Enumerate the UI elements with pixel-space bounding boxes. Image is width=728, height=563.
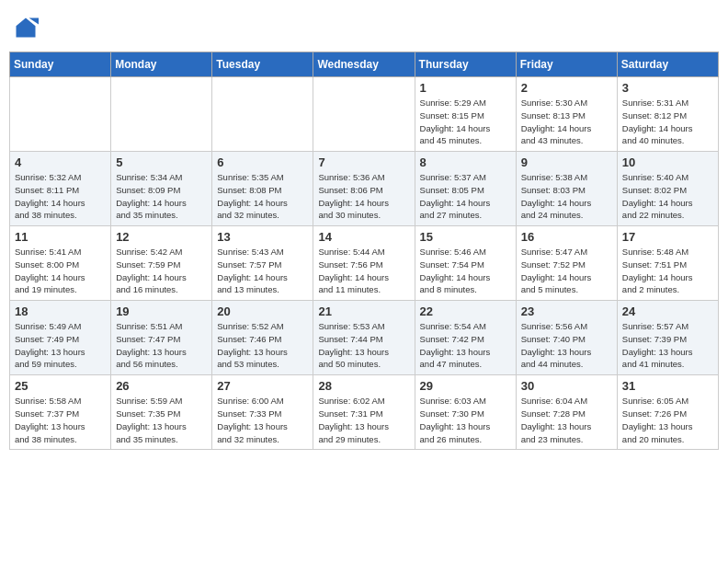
day-number: 31 [622, 379, 713, 393]
day-number: 10 [622, 155, 713, 169]
calendar-cell: 22Sunrise: 5:54 AM Sunset: 7:42 PM Dayli… [415, 301, 516, 375]
calendar-header-tuesday: Tuesday [212, 52, 313, 77]
calendar-cell: 11Sunrise: 5:41 AM Sunset: 8:00 PM Dayli… [10, 226, 111, 301]
calendar-cell: 12Sunrise: 5:42 AM Sunset: 7:59 PM Dayli… [111, 226, 212, 301]
day-number: 12 [116, 230, 207, 244]
day-info: Sunrise: 5:44 AM Sunset: 7:56 PM Dayligh… [318, 246, 409, 296]
day-info: Sunrise: 5:51 AM Sunset: 7:47 PM Dayligh… [116, 320, 207, 371]
day-info: Sunrise: 6:02 AM Sunset: 7:31 PM Dayligh… [318, 395, 409, 445]
calendar-cell: 29Sunrise: 6:03 AM Sunset: 7:30 PM Dayli… [415, 375, 516, 450]
day-number: 25 [15, 379, 106, 393]
logo [13, 15, 42, 40]
page-header [9, 9, 719, 46]
day-info: Sunrise: 5:36 AM Sunset: 8:06 PM Dayligh… [318, 171, 409, 222]
calendar-week-row: 18Sunrise: 5:49 AM Sunset: 7:49 PM Dayli… [10, 301, 719, 375]
calendar-header-row: SundayMondayTuesdayWednesdayThursdayFrid… [10, 52, 719, 77]
day-info: Sunrise: 6:05 AM Sunset: 7:26 PM Dayligh… [622, 395, 713, 445]
calendar-cell: 21Sunrise: 5:53 AM Sunset: 7:44 PM Dayli… [313, 301, 415, 375]
calendar-header-monday: Monday [111, 52, 212, 77]
day-number: 8 [420, 155, 511, 169]
calendar-cell: 24Sunrise: 5:57 AM Sunset: 7:39 PM Dayli… [617, 301, 718, 375]
calendar-cell: 14Sunrise: 5:44 AM Sunset: 7:56 PM Dayli… [313, 226, 415, 301]
day-info: Sunrise: 5:32 AM Sunset: 8:11 PM Dayligh… [15, 171, 106, 222]
calendar-cell: 16Sunrise: 5:47 AM Sunset: 7:52 PM Dayli… [516, 226, 617, 301]
calendar-week-row: 11Sunrise: 5:41 AM Sunset: 8:00 PM Dayli… [10, 226, 719, 301]
day-info: Sunrise: 5:37 AM Sunset: 8:05 PM Dayligh… [420, 171, 511, 222]
calendar-header-sunday: Sunday [10, 52, 111, 77]
day-info: Sunrise: 5:29 AM Sunset: 8:15 PM Dayligh… [420, 97, 511, 147]
day-info: Sunrise: 5:30 AM Sunset: 8:13 PM Dayligh… [521, 97, 612, 147]
day-info: Sunrise: 5:54 AM Sunset: 7:42 PM Dayligh… [420, 320, 511, 371]
day-number: 24 [622, 304, 713, 318]
day-number: 5 [116, 155, 207, 169]
calendar-cell: 28Sunrise: 6:02 AM Sunset: 7:31 PM Dayli… [313, 375, 415, 450]
day-info: Sunrise: 5:41 AM Sunset: 8:00 PM Dayligh… [15, 246, 106, 296]
calendar-cell: 6Sunrise: 5:35 AM Sunset: 8:08 PM Daylig… [212, 152, 313, 226]
day-number: 14 [318, 230, 409, 244]
day-info: Sunrise: 5:40 AM Sunset: 8:02 PM Dayligh… [622, 171, 713, 222]
calendar-cell: 5Sunrise: 5:34 AM Sunset: 8:09 PM Daylig… [111, 152, 212, 226]
day-info: Sunrise: 5:49 AM Sunset: 7:49 PM Dayligh… [15, 320, 106, 371]
calendar-cell [10, 77, 111, 152]
calendar-cell: 17Sunrise: 5:48 AM Sunset: 7:51 PM Dayli… [617, 226, 718, 301]
calendar-cell: 19Sunrise: 5:51 AM Sunset: 7:47 PM Dayli… [111, 301, 212, 375]
day-number: 3 [622, 81, 713, 95]
day-info: Sunrise: 5:58 AM Sunset: 7:37 PM Dayligh… [15, 395, 106, 445]
day-number: 16 [521, 230, 612, 244]
day-number: 29 [420, 379, 511, 393]
calendar-cell: 10Sunrise: 5:40 AM Sunset: 8:02 PM Dayli… [617, 152, 718, 226]
calendar-header-thursday: Thursday [415, 52, 516, 77]
calendar-cell: 8Sunrise: 5:37 AM Sunset: 8:05 PM Daylig… [415, 152, 516, 226]
day-info: Sunrise: 5:31 AM Sunset: 8:12 PM Dayligh… [622, 97, 713, 147]
calendar-week-row: 1Sunrise: 5:29 AM Sunset: 8:15 PM Daylig… [10, 77, 719, 152]
calendar-cell: 2Sunrise: 5:30 AM Sunset: 8:13 PM Daylig… [516, 77, 617, 152]
day-number: 20 [217, 304, 308, 318]
day-info: Sunrise: 5:59 AM Sunset: 7:35 PM Dayligh… [116, 395, 207, 445]
calendar-header-friday: Friday [516, 52, 617, 77]
day-info: Sunrise: 5:47 AM Sunset: 7:52 PM Dayligh… [521, 246, 612, 296]
day-info: Sunrise: 6:04 AM Sunset: 7:28 PM Dayligh… [521, 395, 612, 445]
day-number: 21 [318, 304, 409, 318]
calendar-cell: 31Sunrise: 6:05 AM Sunset: 7:26 PM Dayli… [617, 375, 718, 450]
calendar-cell: 23Sunrise: 5:56 AM Sunset: 7:40 PM Dayli… [516, 301, 617, 375]
day-number: 30 [521, 379, 612, 393]
day-info: Sunrise: 5:56 AM Sunset: 7:40 PM Dayligh… [521, 320, 612, 371]
calendar-cell: 3Sunrise: 5:31 AM Sunset: 8:12 PM Daylig… [617, 77, 718, 152]
day-info: Sunrise: 5:38 AM Sunset: 8:03 PM Dayligh… [521, 171, 612, 222]
day-number: 2 [521, 81, 612, 95]
calendar-header-wednesday: Wednesday [313, 52, 415, 77]
calendar-week-row: 25Sunrise: 5:58 AM Sunset: 7:37 PM Dayli… [10, 375, 719, 450]
day-number: 4 [15, 155, 106, 169]
calendar-cell: 4Sunrise: 5:32 AM Sunset: 8:11 PM Daylig… [10, 152, 111, 226]
day-info: Sunrise: 6:00 AM Sunset: 7:33 PM Dayligh… [217, 395, 308, 445]
day-number: 19 [116, 304, 207, 318]
day-info: Sunrise: 5:46 AM Sunset: 7:54 PM Dayligh… [420, 246, 511, 296]
calendar-cell: 27Sunrise: 6:00 AM Sunset: 7:33 PM Dayli… [212, 375, 313, 450]
day-number: 7 [318, 155, 409, 169]
day-number: 17 [622, 230, 713, 244]
day-number: 28 [318, 379, 409, 393]
day-info: Sunrise: 5:34 AM Sunset: 8:09 PM Dayligh… [116, 171, 207, 222]
calendar-cell [111, 77, 212, 152]
day-info: Sunrise: 5:53 AM Sunset: 7:44 PM Dayligh… [318, 320, 409, 371]
day-number: 6 [217, 155, 308, 169]
day-number: 27 [217, 379, 308, 393]
calendar-cell: 25Sunrise: 5:58 AM Sunset: 7:37 PM Dayli… [10, 375, 111, 450]
calendar-cell: 30Sunrise: 6:04 AM Sunset: 7:28 PM Dayli… [516, 375, 617, 450]
calendar-cell: 26Sunrise: 5:59 AM Sunset: 7:35 PM Dayli… [111, 375, 212, 450]
calendar-cell: 15Sunrise: 5:46 AM Sunset: 7:54 PM Dayli… [415, 226, 516, 301]
day-info: Sunrise: 5:48 AM Sunset: 7:51 PM Dayligh… [622, 246, 713, 296]
calendar-cell: 13Sunrise: 5:43 AM Sunset: 7:57 PM Dayli… [212, 226, 313, 301]
day-number: 9 [521, 155, 612, 169]
day-number: 1 [420, 81, 511, 95]
day-info: Sunrise: 5:52 AM Sunset: 7:46 PM Dayligh… [217, 320, 308, 371]
day-number: 26 [116, 379, 207, 393]
day-info: Sunrise: 5:57 AM Sunset: 7:39 PM Dayligh… [622, 320, 713, 371]
calendar-cell: 9Sunrise: 5:38 AM Sunset: 8:03 PM Daylig… [516, 152, 617, 226]
calendar-cell [212, 77, 313, 152]
logo-icon [13, 15, 39, 40]
day-info: Sunrise: 5:35 AM Sunset: 8:08 PM Dayligh… [217, 171, 308, 222]
day-info: Sunrise: 5:42 AM Sunset: 7:59 PM Dayligh… [116, 246, 207, 296]
day-number: 22 [420, 304, 511, 318]
day-number: 18 [15, 304, 106, 318]
